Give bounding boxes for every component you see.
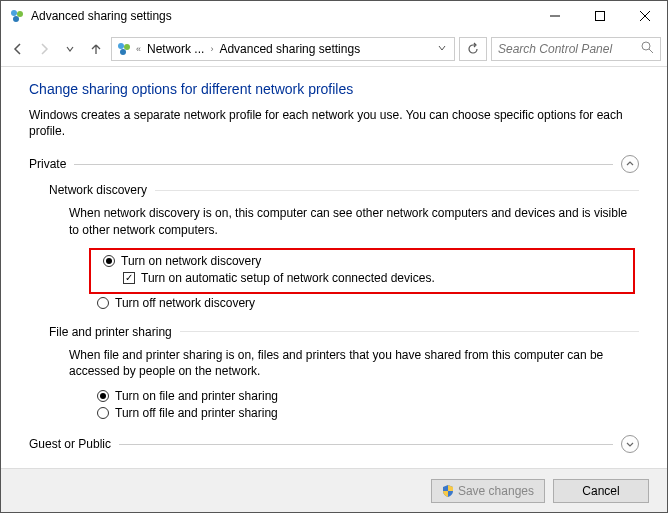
save-label: Save changes (458, 484, 534, 498)
checkbox-auto-setup[interactable]: Turn on automatic setup of network conne… (123, 271, 627, 285)
page-title: Change sharing options for different net… (29, 81, 639, 97)
svg-point-10 (642, 42, 650, 50)
search-icon[interactable] (641, 41, 654, 57)
svg-point-0 (11, 10, 17, 16)
radio-icon[interactable] (97, 297, 109, 309)
maximize-button[interactable] (577, 1, 622, 31)
checkbox-icon[interactable] (123, 272, 135, 284)
chevron-right-icon[interactable]: › (210, 44, 213, 54)
svg-line-11 (649, 49, 653, 53)
save-changes-button[interactable]: Save changes (431, 479, 545, 503)
minimize-button[interactable] (532, 1, 577, 31)
svg-point-9 (120, 49, 126, 55)
shield-icon (442, 485, 454, 497)
refresh-button[interactable] (459, 37, 487, 61)
breadcrumb-advanced-sharing[interactable]: Advanced sharing settings (217, 42, 362, 56)
radio-label: Turn on network discovery (121, 254, 261, 268)
radio-file-printer-on[interactable]: Turn on file and printer sharing (97, 389, 639, 403)
address-bar[interactable]: « Network ... › Advanced sharing setting… (111, 37, 455, 61)
close-button[interactable] (622, 1, 667, 31)
section-private-header[interactable]: Private (29, 155, 639, 173)
file-printer-heading: File and printer sharing (49, 325, 172, 339)
section-guest-label: Guest or Public (29, 437, 111, 451)
back-button[interactable] (7, 38, 29, 60)
cancel-label: Cancel (582, 484, 619, 498)
checkbox-label: Turn on automatic setup of network conne… (141, 271, 435, 285)
radio-label: Turn off file and printer sharing (115, 406, 278, 420)
crumb-left-icon[interactable]: « (136, 44, 141, 54)
network-discovery-description: When network discovery is on, this compu… (69, 205, 629, 237)
breadcrumb-network[interactable]: Network ... (145, 42, 206, 56)
svg-point-1 (17, 11, 23, 17)
radio-file-printer-off[interactable]: Turn off file and printer sharing (97, 406, 639, 420)
page-description: Windows creates a separate network profi… (29, 107, 639, 139)
file-printer-description: When file and printer sharing is on, fil… (69, 347, 629, 379)
network-discovery-heading: Network discovery (49, 183, 147, 197)
svg-rect-4 (595, 12, 604, 21)
expand-icon[interactable] (621, 435, 639, 453)
search-box[interactable] (491, 37, 661, 61)
radio-network-discovery-on[interactable]: Turn on network discovery (103, 254, 627, 268)
radio-icon[interactable] (97, 390, 109, 402)
radio-network-discovery-off[interactable]: Turn off network discovery (97, 296, 639, 310)
svg-point-8 (124, 44, 130, 50)
forward-button[interactable] (33, 38, 55, 60)
highlight-box: Turn on network discovery Turn on automa… (89, 248, 635, 294)
toolbar: « Network ... › Advanced sharing setting… (1, 31, 667, 67)
radio-icon[interactable] (103, 255, 115, 267)
up-button[interactable] (85, 38, 107, 60)
recent-locations-button[interactable] (59, 38, 81, 60)
svg-point-2 (13, 16, 19, 22)
radio-label: Turn off network discovery (115, 296, 255, 310)
section-private-label: Private (29, 157, 66, 171)
content-area: Change sharing options for different net… (1, 67, 667, 468)
section-guest-header[interactable]: Guest or Public (29, 435, 639, 453)
address-dropdown-button[interactable] (434, 42, 450, 56)
collapse-icon[interactable] (621, 155, 639, 173)
radio-icon[interactable] (97, 407, 109, 419)
cancel-button[interactable]: Cancel (553, 479, 649, 503)
address-icon (116, 41, 132, 57)
radio-label: Turn on file and printer sharing (115, 389, 278, 403)
footer: Save changes Cancel (1, 468, 667, 512)
title-bar: Advanced sharing settings (1, 1, 667, 31)
app-icon (9, 8, 25, 24)
window-title: Advanced sharing settings (31, 9, 172, 23)
search-input[interactable] (498, 42, 654, 56)
svg-point-7 (118, 43, 124, 49)
